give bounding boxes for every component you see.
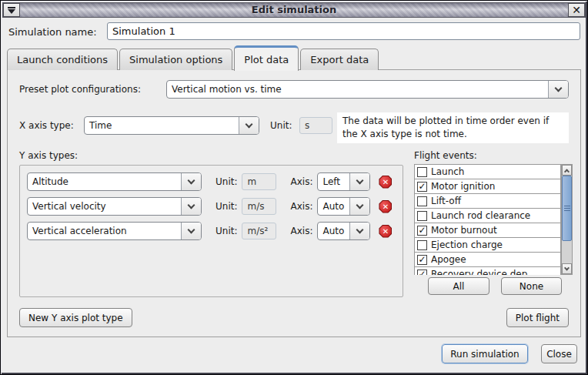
scrollbar-down-button[interactable]	[562, 263, 572, 274]
checkbox[interactable]	[417, 167, 427, 177]
run-simulation-button[interactable]: Run simulation	[442, 344, 528, 363]
plot-data-panel: Preset plot configurations: Vertical mot…	[7, 69, 581, 337]
chevron-down-icon	[349, 198, 369, 215]
checkbox[interactable]: ✓	[417, 270, 427, 276]
new-y-axis-plot-type-button[interactable]: New Y axis plot type	[19, 308, 132, 327]
delete-row-button[interactable]: ✕	[379, 225, 392, 238]
simulation-name-input[interactable]	[107, 22, 580, 40]
delete-row-button[interactable]: ✕	[379, 200, 392, 213]
flight-event-item[interactable]: ✓Apogee	[414, 253, 561, 267]
tab-bar: Launch conditions Simulation options Plo…	[7, 45, 581, 70]
title-bar[interactable]: Edit simulation ✕	[2, 2, 586, 18]
flight-event-label: Motor ignition	[431, 181, 495, 192]
x-axis-type-value: Time	[85, 117, 239, 134]
axis-select[interactable]: Auto	[317, 222, 370, 240]
tab-label: Plot data	[244, 54, 289, 65]
y-axis-row: Vertical velocity Unit: m/s Axis: Auto ✕	[27, 197, 396, 216]
tab-label: Export data	[310, 54, 369, 65]
chevron-down-icon	[564, 265, 570, 270]
axis-select[interactable]: Left	[317, 172, 370, 191]
chevron-down-icon	[239, 117, 259, 134]
delete-row-button[interactable]: ✕	[379, 176, 392, 189]
window-title: Edit simulation	[20, 3, 568, 17]
edit-simulation-dialog: Edit simulation ✕ Simulation name: Launc…	[0, 0, 588, 375]
x-axis-unit-label: Unit:	[270, 120, 292, 131]
flight-events-list: Launch ✓Motor ignition Lift-off Launch r…	[414, 164, 561, 275]
y-axis-types-label: Y axis types:	[19, 150, 78, 161]
y-axis-type-value: Vertical acceleration	[28, 223, 181, 239]
flight-events-scrollbar[interactable]	[561, 164, 573, 275]
axis-label: Axis:	[290, 176, 312, 187]
chevron-up-icon	[564, 169, 570, 174]
window-menu-button[interactable]	[3, 3, 20, 17]
close-button[interactable]: Close	[541, 344, 577, 363]
flight-event-item[interactable]: ✓Recovery device dep	[414, 267, 561, 275]
flight-event-label: Ejection charge	[431, 239, 503, 250]
flight-event-item[interactable]: Launch	[414, 165, 561, 179]
scrollbar-grip	[564, 206, 570, 206]
tab-simulation-options[interactable]: Simulation options	[119, 49, 232, 70]
axis-value: Auto	[318, 198, 349, 215]
scrollbar-thumb[interactable]	[562, 176, 572, 241]
unit-field: m/s²	[242, 223, 276, 239]
preset-config-select[interactable]: Vertical motion vs. time	[166, 80, 569, 99]
checkbox[interactable]	[417, 240, 427, 250]
chevron-down-icon	[349, 173, 369, 190]
time-order-note: The data will be plotted in time order e…	[337, 112, 569, 143]
axis-select[interactable]: Auto	[317, 197, 370, 216]
y-axis-type-select[interactable]: Vertical acceleration	[27, 222, 202, 240]
select-all-button[interactable]: All	[428, 277, 489, 295]
axis-label: Axis:	[290, 201, 312, 212]
flight-event-label: Lift-off	[431, 196, 461, 206]
axis-value: Auto	[318, 223, 349, 239]
tab-label: Launch conditions	[17, 54, 108, 65]
unit-field: m	[242, 173, 276, 190]
flight-events-label: Flight events:	[414, 150, 477, 161]
tab-label: Simulation options	[129, 54, 222, 65]
checkbox[interactable]: ✓	[417, 255, 427, 265]
flight-event-item[interactable]: ✓Motor burnout	[414, 223, 561, 238]
checkbox[interactable]: ✓	[417, 182, 427, 192]
y-axis-types-group: Altitude Unit: m Axis: Left ✕ Vertical v…	[19, 165, 403, 297]
chevron-down-icon	[349, 223, 369, 239]
x-axis-type-label: X axis type:	[19, 120, 74, 131]
chevron-down-icon	[181, 198, 201, 215]
scrollbar-up-button[interactable]	[562, 165, 572, 176]
axis-value: Left	[318, 173, 349, 190]
simulation-name-label: Simulation name:	[8, 26, 97, 38]
flight-event-item[interactable]: Ejection charge	[414, 238, 561, 253]
preset-config-label: Preset plot configurations:	[19, 84, 141, 95]
plot-flight-button[interactable]: Plot flight	[506, 308, 569, 327]
y-axis-type-select[interactable]: Altitude	[27, 172, 202, 191]
flight-event-item[interactable]: Launch rod clearance	[414, 209, 561, 223]
window-menu-icon	[8, 7, 15, 14]
flight-event-label: Launch	[431, 166, 464, 177]
tab-launch-conditions[interactable]: Launch conditions	[7, 49, 118, 70]
flight-event-item[interactable]: ✓Motor ignition	[414, 179, 561, 194]
close-window-button[interactable]: ✕	[568, 3, 585, 17]
flight-event-label: Launch rod clearance	[431, 210, 530, 221]
tab-plot-data[interactable]: Plot data	[234, 45, 299, 71]
unit-label: Unit:	[215, 201, 237, 212]
checkbox[interactable]: ✓	[417, 226, 427, 236]
axis-label: Axis:	[290, 226, 312, 236]
select-none-button[interactable]: None	[501, 277, 562, 295]
x-axis-type-select[interactable]: Time	[84, 116, 259, 135]
flight-event-item[interactable]: Lift-off	[414, 194, 561, 209]
chevron-down-icon	[548, 81, 568, 98]
delete-icon: ✕	[379, 201, 391, 213]
checkbox[interactable]	[417, 211, 427, 221]
unit-field: m/s	[242, 198, 276, 215]
y-axis-row: Altitude Unit: m Axis: Left ✕	[27, 172, 396, 191]
flight-event-label: Apogee	[431, 254, 466, 265]
scrollbar-grip	[564, 208, 570, 209]
chevron-down-icon	[181, 223, 201, 239]
delete-icon: ✕	[379, 226, 391, 237]
flight-event-label: Recovery device dep	[431, 269, 527, 275]
y-axis-type-select[interactable]: Vertical velocity	[27, 197, 202, 216]
flight-event-label: Motor burnout	[431, 225, 497, 236]
checkbox[interactable]	[417, 196, 427, 206]
preset-config-value: Vertical motion vs. time	[167, 81, 548, 98]
tab-export-data[interactable]: Export data	[300, 49, 379, 70]
unit-label: Unit:	[215, 176, 237, 187]
